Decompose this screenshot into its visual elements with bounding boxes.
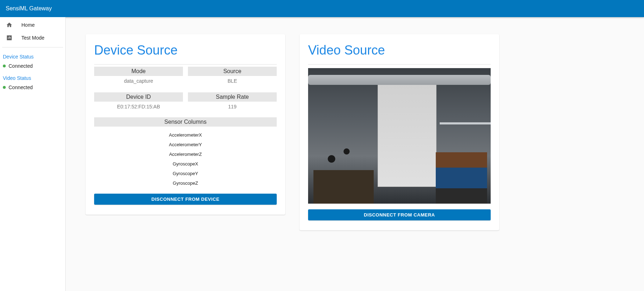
field-header: Device ID: [94, 92, 183, 102]
field-value: data_capture: [94, 78, 183, 87]
app-title: SensiML Gateway: [6, 5, 52, 12]
device-source-card: Device Source Mode data_capture Source B…: [86, 34, 285, 215]
field-value: 119: [188, 104, 277, 113]
divider: [94, 64, 277, 65]
field-device-id: Device ID E0:17:52:FD:15:AB: [94, 92, 183, 113]
home-icon: [6, 21, 13, 29]
sidebar-divider: [2, 47, 63, 47]
field-value: BLE: [188, 78, 277, 87]
sensor-column-item: GyroscopeX: [94, 159, 277, 169]
field-header: Mode: [94, 67, 183, 76]
divider: [308, 64, 491, 65]
field-header: Sample Rate: [188, 92, 277, 102]
sensor-column-item: GyroscopeZ: [94, 178, 277, 188]
field-header: Source: [188, 67, 277, 76]
disconnect-device-button[interactable]: DISCONNECT FROM DEVICE: [94, 194, 277, 205]
device-source-title: Device Source: [94, 43, 277, 58]
video-status-title: Video Status: [0, 74, 65, 85]
main-content: Device Source Mode data_capture Source B…: [66, 17, 644, 291]
sidebar-item-test-mode[interactable]: Test Mode: [0, 31, 65, 44]
status-dot-icon: [3, 65, 6, 67]
device-status-row: Connected: [0, 63, 65, 74]
sensor-columns-list: AccelerometerXAccelerometerYAcceleromete…: [94, 130, 277, 188]
field-source: Source BLE: [188, 67, 277, 87]
video-feed: [308, 68, 491, 204]
sidebar: Home Test Mode Device Status Connected V…: [0, 17, 66, 291]
sensor-column-item: AccelerometerY: [94, 140, 277, 149]
sensor-columns-block: Sensor Columns AccelerometerXAcceleromet…: [94, 117, 277, 188]
sensor-column-item: GyroscopeY: [94, 169, 277, 178]
sensor-column-item: AccelerometerZ: [94, 149, 277, 159]
video-status-row: Connected: [0, 85, 65, 95]
app-bar: SensiML Gateway: [0, 0, 644, 17]
device-status-title: Device Status: [0, 52, 65, 63]
sensor-columns-header: Sensor Columns: [94, 117, 277, 127]
video-source-card: Video Source DISCONNECT FROM CAMERA: [300, 34, 499, 230]
device-fields-grid: Mode data_capture Source BLE Device ID E…: [94, 67, 277, 113]
field-mode: Mode data_capture: [94, 67, 183, 87]
bar-chart-icon: [6, 34, 13, 41]
device-status-value: Connected: [9, 63, 33, 69]
sidebar-item-label: Home: [21, 22, 35, 28]
status-dot-icon: [3, 86, 6, 89]
disconnect-camera-button[interactable]: DISCONNECT FROM CAMERA: [308, 209, 491, 220]
video-shelf-shape: [440, 122, 491, 124]
main-layout: Home Test Mode Device Status Connected V…: [0, 17, 644, 291]
field-value: E0:17:52:FD:15:AB: [94, 104, 183, 113]
field-sample-rate: Sample Rate 119: [188, 92, 277, 113]
video-source-title: Video Source: [308, 43, 491, 58]
sensor-column-item: AccelerometerX: [94, 130, 277, 140]
sidebar-item-label: Test Mode: [21, 35, 45, 41]
video-status-value: Connected: [9, 85, 33, 90]
video-clutter-left: [313, 129, 374, 204]
video-clutter-right: [436, 152, 487, 204]
sidebar-item-home[interactable]: Home: [0, 19, 65, 31]
